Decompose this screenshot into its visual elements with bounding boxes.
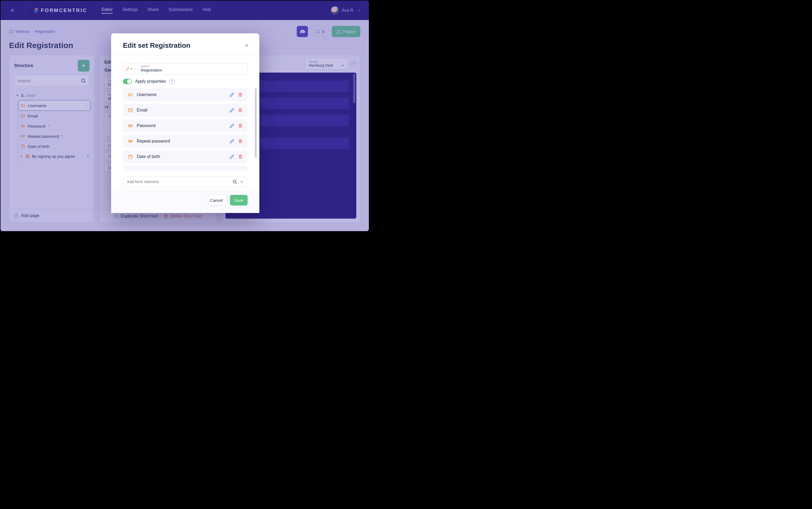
name-label: Name [141,65,149,68]
svg-point-24 [131,141,132,141]
modal-title: Edit set Registration [123,41,190,49]
apply-properties-label: Apply properties [135,79,166,84]
cancel-button[interactable]: Cancel [206,195,227,206]
svg-point-18 [129,126,130,126]
help-icon[interactable]: ? [169,79,175,84]
element-type-button[interactable] [123,63,135,74]
trash-icon[interactable] [238,123,243,128]
apply-properties-toggle[interactable] [123,79,132,84]
svg-point-20 [131,126,132,126]
mail-icon [128,108,133,113]
list-item[interactable]: Password [123,119,248,132]
search-icon [232,179,237,184]
edit-icon[interactable] [229,139,234,144]
list-item[interactable]: Date of birth [123,150,248,163]
svg-point-23 [130,141,131,141]
close-icon[interactable]: ✕ [245,43,249,48]
save-label: Save [234,198,243,203]
element-list: Username Email Password [123,88,248,171]
chevron-down-icon [130,68,133,70]
edit-icon[interactable] [229,154,234,159]
list-item[interactable]: Email [123,104,248,116]
svg-point-22 [129,141,130,141]
add-form-element-input[interactable] [127,179,230,184]
calendar-icon [128,154,133,159]
svg-point-26 [233,180,236,183]
cancel-label: Cancel [210,198,223,203]
list-item[interactable]: Username [123,88,248,101]
svg-rect-25 [128,155,132,159]
list-item-label: Password [137,123,156,128]
trash-icon[interactable] [238,92,243,97]
svg-point-19 [130,126,131,126]
set-name-input[interactable] [141,68,244,72]
add-form-element[interactable] [123,176,248,187]
short-text-icon [128,92,133,97]
trash-icon[interactable] [238,154,243,159]
list-item-label: Repeat password [137,139,170,144]
trash-icon[interactable] [238,139,243,144]
list-item-label: Email [137,108,148,113]
edit-icon[interactable] [229,123,234,128]
chevron-down-icon [240,180,243,183]
list-item-label: Date of birth [137,154,160,159]
edit-set-modal: Edit set Registration ✕ Name* Apply prop… [111,33,259,213]
save-button[interactable]: Save [230,195,248,206]
edit-icon[interactable] [229,108,234,113]
list-item-label: Username [137,92,157,97]
edit-icon[interactable] [229,92,234,97]
set-name-field[interactable]: Name* [137,63,248,74]
password-icon [128,138,133,144]
scrollbar[interactable] [255,88,257,158]
list-item[interactable] [123,166,248,171]
password-icon [128,123,133,128]
pencil-icon [125,67,130,71]
trash-icon[interactable] [238,108,243,113]
list-item[interactable]: Repeat password [123,135,248,147]
